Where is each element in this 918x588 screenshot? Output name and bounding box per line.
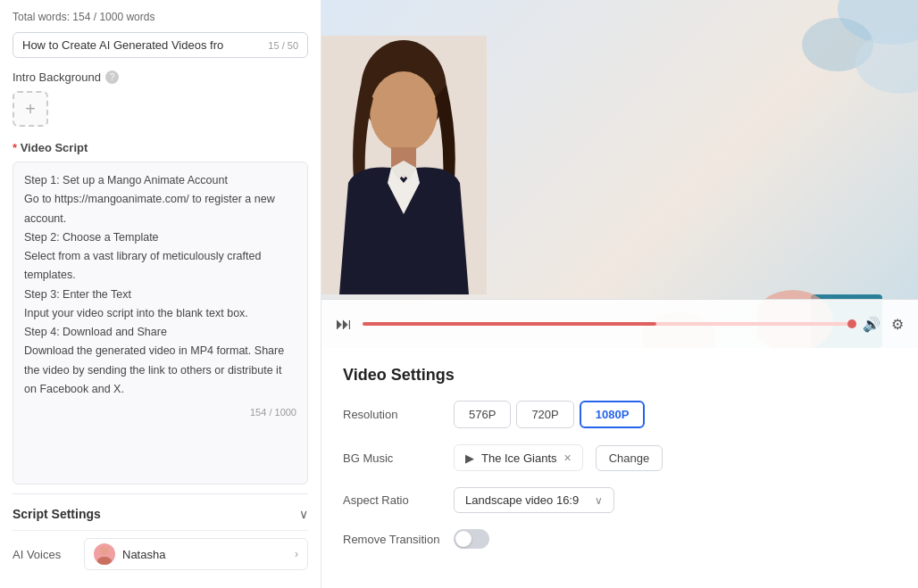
- progress-bar[interactable]: [363, 322, 852, 326]
- remove-transition-label: Remove Transition: [343, 533, 441, 546]
- voice-selector[interactable]: Natasha ›: [84, 538, 308, 570]
- aspect-ratio-label: Aspect Ratio: [343, 493, 441, 507]
- left-panel: Total words: 154 / 1000 words 15 / 50 In…: [0, 0, 321, 588]
- title-input[interactable]: [22, 38, 268, 52]
- bg-music-row: BG Music ▶ The Ice Giants × Change: [343, 444, 897, 471]
- ai-voices-label: AI Voices: [13, 548, 75, 561]
- add-intro-bg-button[interactable]: +: [13, 91, 48, 127]
- resolution-1080p-button[interactable]: 1080P: [580, 401, 646, 428]
- script-settings-title: Script Settings: [13, 507, 101, 521]
- resolution-720p-button[interactable]: 720P: [516, 401, 573, 428]
- remove-transition-row: Remove Transition: [343, 529, 897, 549]
- script-content: Step 1: Set up a Mango Animate Account G…: [24, 171, 296, 399]
- video-script-label: * Video Script: [13, 141, 308, 154]
- progress-thumb: [847, 319, 856, 328]
- resolution-576p-button[interactable]: 576P: [454, 401, 511, 428]
- playback-settings-icon[interactable]: ⚙: [891, 316, 904, 333]
- script-settings-chevron-icon: ∨: [299, 507, 308, 521]
- intro-background-label: Intro Background ?: [13, 70, 308, 84]
- playback-skip-icon[interactable]: ⏭: [336, 315, 352, 334]
- script-text-area[interactable]: Step 1: Set up a Mango Animate Account G…: [13, 161, 308, 484]
- music-remove-icon[interactable]: ×: [564, 451, 572, 465]
- change-music-button[interactable]: Change: [596, 445, 663, 471]
- resolution-buttons: 576P 720P 1080P: [454, 401, 645, 428]
- script-settings-toggle[interactable]: Script Settings ∨: [13, 493, 308, 530]
- title-input-row: 15 / 50: [13, 32, 308, 58]
- svg-point-0: [100, 546, 109, 555]
- remove-transition-toggle[interactable]: [454, 529, 489, 549]
- voice-chevron-icon: ›: [295, 548, 298, 560]
- ai-voices-row: AI Voices Natasha ›: [13, 530, 308, 577]
- aspect-ratio-chevron-icon: ∨: [595, 494, 603, 507]
- bg-music-control: ▶ The Ice Giants ×: [454, 444, 583, 471]
- svg-point-7: [370, 71, 438, 152]
- video-settings-title: Video Settings: [343, 366, 897, 385]
- aspect-ratio-value: Landscape video 16:9: [465, 493, 588, 507]
- script-char-count: 154 / 1000: [24, 404, 296, 421]
- resolution-label: Resolution: [343, 408, 441, 421]
- music-track-name: The Ice Giants: [481, 451, 557, 465]
- right-panel: ⏭ 🔊 ⚙ Video Settings Resolution 576P 720…: [321, 0, 918, 588]
- presenter-image: [321, 36, 487, 294]
- video-settings-panel: Video Settings Resolution 576P 720P 1080…: [321, 348, 918, 588]
- title-char-count: 15 / 50: [268, 40, 298, 51]
- toggle-thumb: [455, 531, 472, 547]
- playback-bar: ⏭ 🔊 ⚙: [321, 299, 918, 348]
- video-preview: ⏭ 🔊 ⚙: [321, 0, 918, 348]
- voice-name-label: Natasha: [122, 548, 288, 561]
- progress-fill: [363, 322, 656, 326]
- svg-point-1: [97, 557, 112, 565]
- bg-music-label: BG Music: [343, 451, 441, 465]
- deco-top-right: [739, 0, 918, 107]
- intro-bg-info-icon[interactable]: ?: [105, 70, 119, 84]
- presenter-svg: [321, 36, 487, 294]
- voice-avatar: [94, 543, 115, 565]
- volume-icon[interactable]: 🔊: [863, 316, 880, 333]
- aspect-ratio-row: Aspect Ratio Landscape video 16:9 ∨: [343, 487, 897, 513]
- resolution-row: Resolution 576P 720P 1080P: [343, 401, 897, 428]
- music-play-icon[interactable]: ▶: [465, 451, 474, 465]
- voice-avatar-icon: [94, 543, 115, 565]
- aspect-ratio-select[interactable]: Landscape video 16:9 ∨: [454, 487, 614, 513]
- word-count-label: Total words: 154 / 1000 words: [13, 11, 308, 23]
